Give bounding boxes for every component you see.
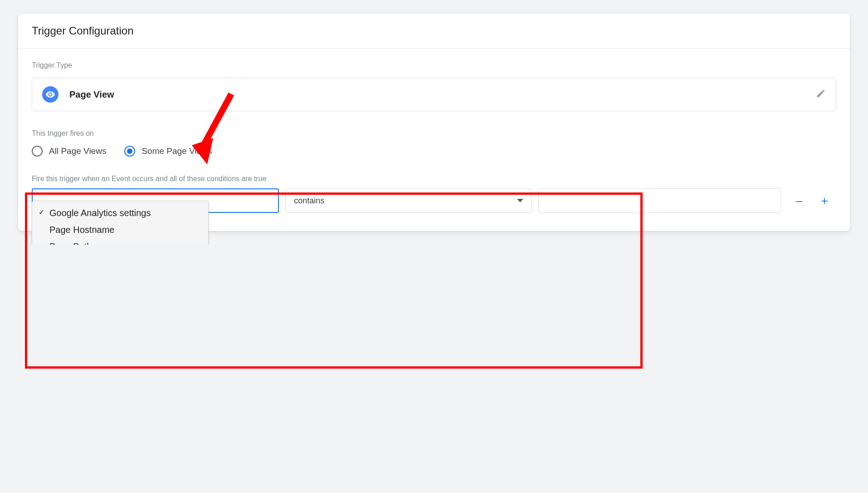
row-actions: – + [787,194,836,207]
trigger-config-card: Trigger Configuration Trigger Type Page … [18,14,850,231]
card-body: Trigger Type Page View This trigger fire… [18,49,850,231]
eye-icon [42,86,59,103]
condition-value-input[interactable] [538,188,781,213]
condition-label: Fire this trigger when an Event occurs a… [32,175,836,183]
radio-dot [127,148,132,154]
card-header: Trigger Configuration [18,14,850,49]
chevron-down-icon [517,199,523,202]
dropdown-item-page-hostname[interactable]: Page Hostname [32,222,208,238]
radio-circle-unselected [32,146,43,157]
fires-on-radio-group: All Page Views Some Page Views [32,146,836,157]
trigger-type-label: Trigger Type [32,61,836,69]
radio-some-page-views[interactable]: Some Page Views [124,146,212,157]
trigger-type-left: Page View [42,86,114,103]
remove-condition-button[interactable]: – [793,194,805,207]
card-title: Trigger Configuration [32,25,836,37]
dropdown-item-page-path[interactable]: Page Path [32,238,208,245]
trigger-type-selector[interactable]: Page View [32,78,836,111]
trigger-type-name: Page View [69,89,114,100]
edit-icon[interactable] [816,89,826,100]
radio-all-page-views[interactable]: All Page Views [32,146,106,157]
fires-on-label: This trigger fires on [32,129,836,138]
operator-select-value: contains [294,196,324,206]
radio-label: Some Page Views [141,146,212,156]
variable-dropdown-menu: Google Analytics settings Page Hostname … [32,201,209,245]
radio-circle-selected [124,146,135,157]
dropdown-item-google-analytics[interactable]: Google Analytics settings [32,205,208,222]
add-condition-button[interactable]: + [818,194,831,207]
radio-label: All Page Views [49,146,106,156]
operator-select[interactable]: contains [285,188,532,213]
